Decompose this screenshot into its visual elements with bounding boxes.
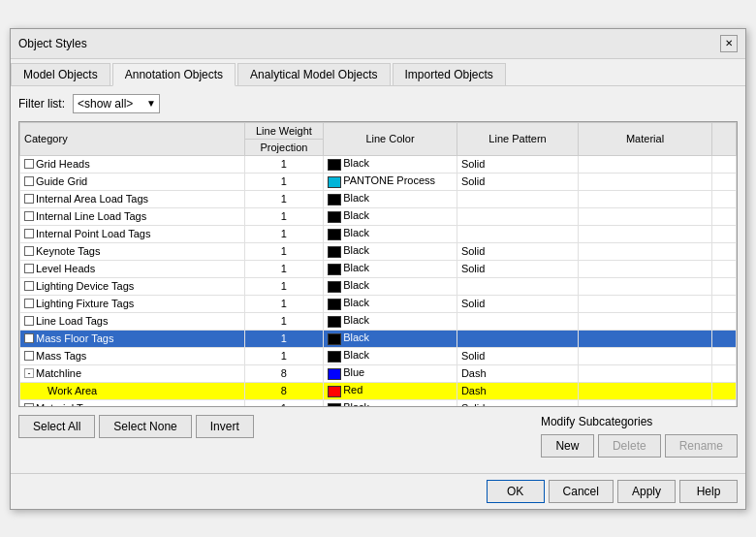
row-checkbox[interactable] [24, 299, 34, 308]
cell-material[interactable] [579, 382, 712, 399]
cell-line-color[interactable]: Black [324, 312, 457, 330]
cell-line-color[interactable]: Black [324, 260, 457, 277]
row-checkbox[interactable] [24, 333, 34, 343]
cell-material[interactable] [579, 277, 712, 295]
cell-line-pattern[interactable] [457, 225, 578, 242]
row-checkbox[interactable] [24, 229, 34, 238]
cell-line-color[interactable]: Black [324, 225, 457, 242]
table-row[interactable]: Internal Area Load Tags1Black [20, 190, 737, 207]
cell-line-color[interactable]: Black [324, 399, 457, 407]
cell-line-pattern[interactable]: Solid [457, 260, 578, 277]
cancel-button[interactable]: Cancel [549, 480, 614, 503]
table-row[interactable]: Grid Heads1BlackSolid [20, 155, 737, 173]
row-checkbox[interactable] [24, 211, 34, 221]
cell-line-pattern[interactable] [457, 312, 578, 330]
color-name: Black [343, 279, 369, 291]
cell-line-color[interactable]: Black [324, 347, 457, 364]
table-row[interactable]: Lighting Device Tags1Black [20, 277, 737, 295]
cell-material[interactable] [579, 330, 712, 347]
invert-button[interactable]: Invert [196, 415, 254, 438]
row-checkbox[interactable] [24, 264, 34, 273]
cell-line-color[interactable]: PANTONE Process [324, 173, 457, 190]
row-checkbox[interactable] [24, 246, 34, 256]
cell-line-pattern[interactable] [457, 207, 578, 225]
cell-line-pattern[interactable]: Solid [457, 347, 578, 364]
row-checkbox[interactable] [24, 176, 34, 186]
cell-category: Mass Tags [20, 347, 245, 364]
cell-line-pattern[interactable]: Dash [457, 382, 578, 399]
table-row[interactable]: -Matchline8BlueDash [20, 364, 737, 382]
styles-table: Category Line Weight Line Color Line Pat… [19, 122, 737, 407]
row-checkbox[interactable] [24, 351, 34, 361]
help-button[interactable]: Help [679, 480, 738, 503]
cell-line-pattern[interactable]: Solid [457, 295, 578, 312]
row-checkbox[interactable] [24, 316, 34, 326]
cell-material[interactable] [579, 364, 712, 382]
color-name: Black [343, 157, 369, 169]
table-row[interactable]: Internal Line Load Tags1Black [20, 207, 737, 225]
rename-button[interactable]: Rename [665, 434, 738, 458]
cell-material[interactable] [579, 242, 712, 260]
color-swatch [328, 299, 341, 310]
tab-annotation-objects[interactable]: Annotation Objects [112, 63, 236, 86]
tab-analytical-model-objects[interactable]: Analytical Model Objects [237, 63, 390, 85]
table-row[interactable]: Material Tags1BlackSolid [20, 399, 737, 407]
cell-line-pattern[interactable]: Solid [457, 155, 578, 173]
row-checkbox[interactable] [24, 403, 34, 407]
new-button[interactable]: New [541, 434, 594, 458]
row-checkbox[interactable] [24, 194, 34, 204]
cell-line-color[interactable]: Black [324, 190, 457, 207]
close-button[interactable]: ✕ [720, 35, 738, 52]
table-row[interactable]: Mass Floor Tags1Black [20, 330, 737, 347]
cell-line-pattern[interactable]: Dash [457, 364, 578, 382]
cell-line-weight: 1 [244, 173, 323, 190]
table-row[interactable]: Level Heads1BlackSolid [20, 260, 737, 277]
row-checkbox[interactable] [24, 281, 34, 291]
cell-line-pattern[interactable]: Solid [457, 173, 578, 190]
cell-line-pattern[interactable]: Solid [457, 399, 578, 407]
tab-imported-objects[interactable]: Imported Objects [393, 63, 506, 85]
expand-icon[interactable]: - [24, 368, 34, 378]
cell-line-pattern[interactable] [457, 277, 578, 295]
tab-model-objects[interactable]: Model Objects [11, 63, 110, 85]
row-checkbox[interactable] [24, 159, 34, 169]
cell-line-pattern[interactable] [457, 190, 578, 207]
select-none-button[interactable]: Select None [99, 415, 191, 438]
filter-select-wrapper[interactable]: <show all> ▼ [73, 94, 160, 113]
cell-line-color[interactable]: Black [324, 330, 457, 347]
table-row[interactable]: Mass Tags1BlackSolid [20, 347, 737, 364]
cell-line-color[interactable]: Black [324, 242, 457, 260]
cell-material[interactable] [579, 312, 712, 330]
cell-material[interactable] [579, 347, 712, 364]
table-row[interactable]: Lighting Fixture Tags1BlackSolid [20, 295, 737, 312]
cell-line-color[interactable]: Black [324, 155, 457, 173]
cell-line-pattern[interactable] [457, 330, 578, 347]
cell-line-color[interactable]: Black [324, 277, 457, 295]
filter-select[interactable]: <show all> [73, 94, 160, 113]
cell-line-pattern[interactable]: Solid [457, 242, 578, 260]
color-swatch [328, 246, 341, 258]
table-row[interactable]: Keynote Tags1BlackSolid [20, 242, 737, 260]
cell-material[interactable] [579, 260, 712, 277]
cell-material[interactable] [579, 295, 712, 312]
table-row[interactable]: Line Load Tags1Black [20, 312, 737, 330]
cell-material[interactable] [579, 173, 712, 190]
cell-material[interactable] [579, 155, 712, 173]
select-all-button[interactable]: Select All [18, 415, 95, 438]
cell-material[interactable] [579, 190, 712, 207]
category-name: Internal Area Load Tags [36, 193, 148, 205]
cell-line-color[interactable]: Black [324, 295, 457, 312]
cell-material[interactable] [579, 225, 712, 242]
table-row[interactable]: Guide Grid1PANTONE ProcessSolid [20, 173, 737, 190]
ok-button[interactable]: OK [487, 480, 545, 503]
col-header-category: Category [20, 122, 245, 155]
cell-material[interactable] [579, 399, 712, 407]
apply-button[interactable]: Apply [617, 480, 676, 503]
cell-line-color[interactable]: Blue [324, 364, 457, 382]
table-row[interactable]: Work Area8RedDash [20, 382, 737, 399]
cell-line-color[interactable]: Black [324, 207, 457, 225]
table-row[interactable]: Internal Point Load Tags1Black [20, 225, 737, 242]
cell-material[interactable] [579, 207, 712, 225]
cell-line-color[interactable]: Red [324, 382, 457, 399]
delete-button[interactable]: Delete [598, 434, 661, 458]
